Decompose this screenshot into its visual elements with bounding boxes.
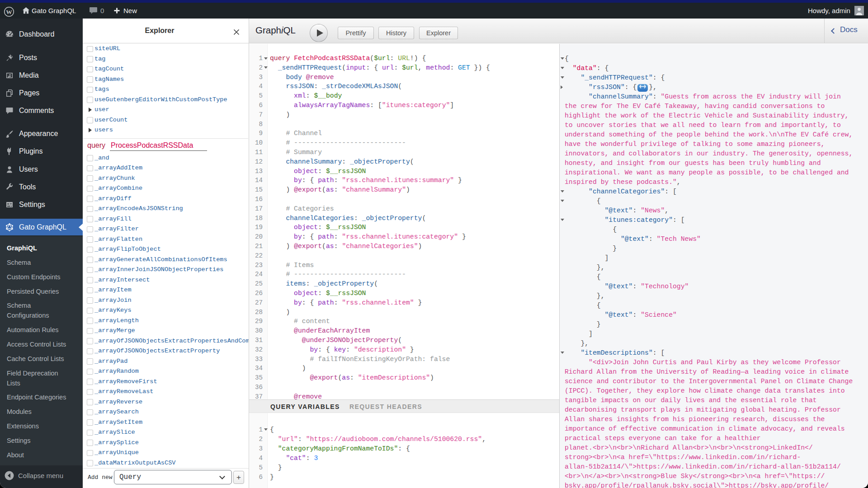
- svg-text:W: W: [6, 9, 12, 15]
